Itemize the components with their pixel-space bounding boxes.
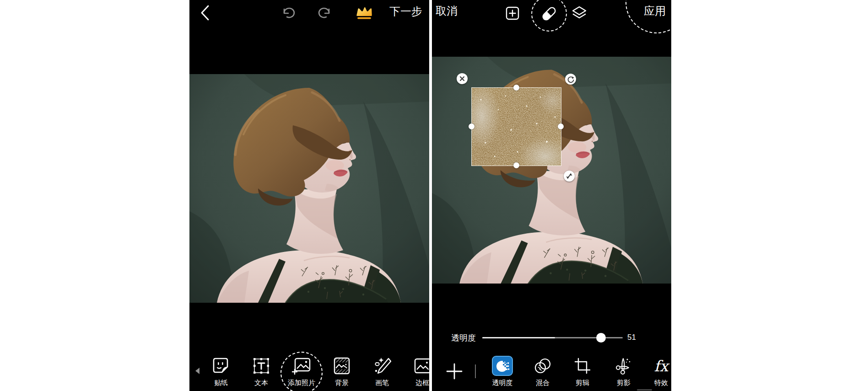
tool-label: 添加照片 bbox=[288, 379, 315, 387]
eraser-button[interactable] bbox=[541, 5, 557, 23]
tool-label: 特效 bbox=[654, 379, 668, 387]
crown-icon bbox=[355, 3, 373, 22]
tool-background[interactable]: 背景 bbox=[322, 354, 362, 391]
cutout-scissors-icon bbox=[614, 356, 634, 376]
fx-icon: fx bbox=[654, 359, 669, 374]
eraser-icon bbox=[541, 5, 557, 22]
tool-blend[interactable]: 混合 bbox=[523, 354, 563, 391]
layers-icon bbox=[571, 6, 587, 21]
redo-icon bbox=[317, 5, 331, 20]
add-overlay-button[interactable] bbox=[446, 363, 463, 381]
toolbar-scrollbar[interactable] bbox=[637, 389, 652, 391]
crop-icon bbox=[574, 357, 591, 375]
opacity-icon bbox=[495, 359, 510, 373]
plus-icon bbox=[446, 363, 463, 380]
add-photo-icon bbox=[291, 356, 312, 375]
close-icon bbox=[459, 76, 465, 81]
right-photo-canvas bbox=[432, 57, 671, 284]
overlay-rotate-button[interactable] bbox=[565, 74, 576, 85]
apply-button[interactable]: 应用 bbox=[644, 5, 666, 16]
opacity-value: 51 bbox=[627, 333, 636, 342]
tool-label: 剪辑 bbox=[576, 379, 589, 387]
opacity-slider-fill bbox=[482, 337, 555, 338]
undo-button[interactable] bbox=[282, 5, 297, 21]
stage: 下一步 贴纸 bbox=[0, 0, 868, 391]
redo-button[interactable] bbox=[317, 5, 331, 21]
tool-label: 边框 bbox=[415, 379, 429, 387]
opacity-slider-track[interactable] bbox=[482, 337, 623, 338]
handle-top[interactable] bbox=[513, 85, 519, 91]
toolbar-scroll-left-icon[interactable] bbox=[195, 368, 199, 374]
tool-label: 透明度 bbox=[492, 379, 513, 387]
tool-crop[interactable]: 剪辑 bbox=[562, 354, 603, 391]
tool-opacity[interactable]: 透明度 bbox=[482, 354, 523, 391]
overlay-close-button[interactable] bbox=[457, 73, 468, 84]
resize-icon bbox=[566, 173, 572, 179]
back-button[interactable] bbox=[199, 5, 210, 22]
add-another-photo-button[interactable] bbox=[505, 6, 520, 22]
portrait-photo bbox=[189, 74, 429, 303]
tool-label: 画笔 bbox=[375, 379, 389, 387]
opacity-label: 透明度 bbox=[451, 332, 476, 343]
chevron-left-icon bbox=[199, 5, 210, 21]
tool-effects[interactable]: fx 特效 bbox=[641, 354, 671, 391]
rotate-icon bbox=[567, 76, 574, 83]
handle-bottom[interactable] bbox=[513, 162, 519, 168]
cancel-button[interactable]: 取消 bbox=[436, 5, 458, 16]
tool-add-photo[interactable]: 添加照片 bbox=[281, 354, 322, 391]
tool-cutout[interactable]: 剪影 bbox=[604, 354, 644, 391]
tool-brush[interactable]: 画笔 bbox=[362, 354, 402, 391]
blend-icon bbox=[533, 357, 553, 375]
tool-label: 背景 bbox=[335, 379, 349, 387]
layers-button[interactable] bbox=[571, 6, 587, 22]
glitter-overlay[interactable] bbox=[472, 88, 561, 166]
right-add-photo-screen: 取消 应用 bbox=[432, 0, 671, 391]
tool-label: 混合 bbox=[536, 379, 550, 387]
glitter-texture bbox=[472, 88, 561, 166]
tool-frame[interactable]: 边框 bbox=[402, 354, 429, 391]
text-icon bbox=[252, 356, 271, 375]
next-button[interactable]: 下一步 bbox=[389, 6, 422, 17]
undo-icon bbox=[282, 5, 297, 20]
left-photo-canvas bbox=[189, 74, 429, 303]
tool-sticker[interactable]: 贴纸 bbox=[201, 354, 241, 391]
toolbar-divider bbox=[475, 364, 476, 378]
premium-crown-button[interactable] bbox=[355, 3, 373, 24]
handle-left[interactable] bbox=[469, 123, 474, 129]
overlay-resize-button[interactable] bbox=[564, 171, 575, 182]
opacity-slider-thumb[interactable] bbox=[596, 333, 606, 343]
background-icon bbox=[332, 356, 351, 375]
selected-tool-background bbox=[492, 356, 513, 376]
left-editor-screen: 下一步 贴纸 bbox=[189, 0, 429, 391]
tool-label: 贴纸 bbox=[214, 379, 228, 387]
plus-square-icon bbox=[505, 6, 520, 21]
tool-label: 文本 bbox=[254, 379, 268, 387]
brush-icon bbox=[372, 356, 392, 376]
handle-right[interactable] bbox=[558, 123, 564, 129]
tool-text[interactable]: 文本 bbox=[241, 354, 281, 391]
tool-label: 剪影 bbox=[617, 379, 631, 387]
sticker-icon bbox=[211, 356, 231, 375]
frame-icon bbox=[413, 356, 429, 375]
